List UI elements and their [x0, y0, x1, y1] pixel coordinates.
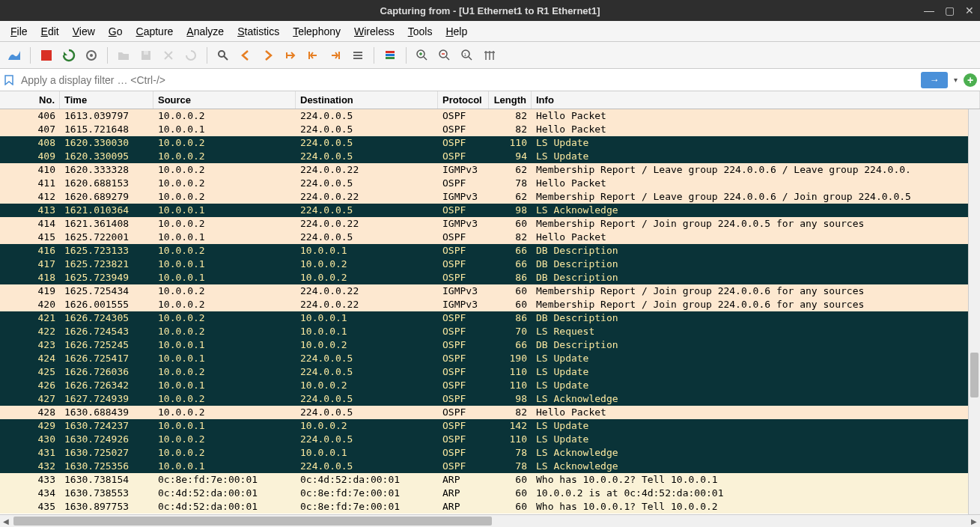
auto-scroll-icon[interactable]: [348, 46, 368, 65]
packet-row[interactable]: 4151625.72200110.0.0.1224.0.0.5OSPF82Hel…: [0, 231, 980, 244]
column-header-destination[interactable]: Destination: [296, 91, 438, 109]
filter-dropdown-icon[interactable]: ▾: [951, 76, 961, 84]
packet-list[interactable]: 4061613.03979710.0.0.2224.0.0.5OSPF82Hel…: [0, 109, 980, 514]
horizontal-scrollbar[interactable]: ◀ ▶: [0, 514, 980, 527]
menu-tools[interactable]: Tools: [404, 24, 437, 39]
packet-row[interactable]: 4121620.68927910.0.0.2224.0.0.22IGMPv362…: [0, 190, 980, 204]
column-header-protocol[interactable]: Protocol: [438, 91, 489, 109]
packet-row[interactable]: 4081620.33003010.0.0.2224.0.0.5OSPF110LS…: [0, 136, 980, 150]
minimize-icon[interactable]: —: [924, 4, 934, 16]
capture-options-icon[interactable]: [82, 46, 101, 65]
svg-point-5: [219, 51, 225, 57]
svg-rect-4: [144, 51, 148, 55]
menu-analyze[interactable]: Analyze: [182, 24, 228, 39]
menu-statistics[interactable]: Statistics: [233, 24, 284, 39]
svg-line-20: [446, 57, 449, 60]
bookmark-icon[interactable]: [3, 74, 15, 86]
scroll-right-icon[interactable]: ▶: [968, 515, 980, 527]
titlebar: Capturing from - [U1 Ethernet1 to R1 Eth…: [0, 0, 980, 21]
packet-row[interactable]: 4101620.33332810.0.0.2224.0.0.22IGMPv362…: [0, 163, 980, 177]
menu-edit[interactable]: Edit: [37, 24, 64, 39]
svg-rect-11: [353, 58, 362, 59]
packet-row[interactable]: 4161625.72313310.0.0.210.0.0.1OSPF66DB D…: [0, 244, 980, 258]
add-filter-button[interactable]: +: [964, 73, 977, 87]
menu-capture[interactable]: Capture: [132, 24, 178, 39]
vertical-scrollbar[interactable]: [968, 109, 980, 514]
maximize-icon[interactable]: ▢: [945, 4, 955, 16]
packet-row[interactable]: 4211626.72430510.0.0.210.0.0.1OSPF86DB D…: [0, 311, 980, 325]
column-header-no[interactable]: No.: [0, 91, 60, 109]
last-packet-icon[interactable]: [326, 46, 345, 65]
packet-row[interactable]: 4311630.72502710.0.0.210.0.0.1OSPF78LS A…: [0, 446, 980, 460]
packet-row[interactable]: 4331630.7381540c:8e:fd:7e:00:010c:4d:52:…: [0, 473, 980, 487]
filter-bar: → ▾ +: [0, 69, 980, 91]
menu-wireless[interactable]: Wireless: [350, 24, 399, 39]
packet-row[interactable]: 4111620.68815310.0.0.2224.0.0.5OSPF78Hel…: [0, 177, 980, 190]
zoom-in-icon[interactable]: [413, 46, 432, 65]
goto-packet-icon[interactable]: [281, 46, 300, 65]
packet-row[interactable]: 4231626.72524510.0.0.110.0.0.2OSPF66DB D…: [0, 338, 980, 352]
packet-row[interactable]: 4301630.72492610.0.0.2224.0.0.5OSPF110LS…: [0, 433, 980, 446]
svg-rect-14: [386, 57, 395, 59]
svg-line-6: [224, 56, 228, 60]
packet-row[interactable]: 4291630.72423710.0.0.110.0.0.2OSPF142LS …: [0, 419, 980, 433]
packet-row[interactable]: 4191625.72543410.0.0.2224.0.0.22IGMPv360…: [0, 284, 980, 298]
reload-icon: [181, 46, 201, 65]
filter-input[interactable]: [18, 71, 921, 89]
column-header-info[interactable]: Info: [532, 91, 980, 109]
scroll-left-icon[interactable]: ◀: [0, 515, 12, 527]
svg-line-16: [424, 57, 427, 60]
toolbar: 1: [0, 42, 980, 69]
packet-row[interactable]: 4261626.72634210.0.0.110.0.0.2OSPF110LS …: [0, 379, 980, 392]
save-file-icon: [136, 46, 156, 65]
menu-go[interactable]: Go: [104, 24, 127, 39]
column-header-source[interactable]: Source: [153, 91, 296, 109]
next-packet-icon[interactable]: [258, 46, 278, 65]
resize-columns-icon[interactable]: [480, 46, 499, 65]
svg-text:1: 1: [464, 52, 467, 56]
svg-rect-10: [353, 55, 362, 56]
colorize-icon[interactable]: [380, 46, 400, 65]
menubar: FileEditViewGoCaptureAnalyzeStatisticsTe…: [0, 21, 980, 42]
close-icon[interactable]: ✕: [965, 4, 974, 16]
svg-line-23: [469, 57, 472, 60]
packet-row[interactable]: 4201626.00155510.0.0.2224.0.0.22IGMPv360…: [0, 298, 980, 311]
packet-row[interactable]: 4131621.01036410.0.0.1224.0.0.5OSPF98LS …: [0, 204, 980, 217]
packet-row[interactable]: 4321630.72535610.0.0.1224.0.0.5OSPF78LS …: [0, 460, 980, 473]
menu-view[interactable]: View: [68, 24, 100, 39]
packet-row[interactable]: 4171625.72382110.0.0.110.0.0.2OSPF66DB D…: [0, 258, 980, 271]
svg-rect-9: [353, 52, 362, 53]
column-headers: No. Time Source Destination Protocol Len…: [0, 91, 980, 109]
packet-row[interactable]: 4141621.36140810.0.0.2224.0.0.22IGMPv360…: [0, 217, 980, 231]
zoom-reset-icon[interactable]: 1: [457, 46, 477, 65]
packet-row[interactable]: 4341630.7385530c:4d:52:da:00:010c:8e:fd:…: [0, 487, 980, 500]
svg-rect-13: [386, 54, 395, 56]
menu-help[interactable]: Help: [441, 24, 472, 39]
packet-row[interactable]: 4181625.72394910.0.0.110.0.0.2OSPF86DB D…: [0, 271, 980, 284]
packet-row[interactable]: 4271627.72493910.0.0.2224.0.0.5OSPF98LS …: [0, 392, 980, 406]
zoom-out-icon[interactable]: [435, 46, 454, 65]
packet-row[interactable]: 4221626.72454310.0.0.210.0.0.1OSPF70LS R…: [0, 325, 980, 338]
menu-file[interactable]: File: [6, 24, 32, 39]
open-file-icon: [114, 46, 133, 65]
packet-row[interactable]: 4351630.8977530c:4d:52:da:00:010c:8e:fd:…: [0, 500, 980, 514]
svg-rect-12: [386, 51, 395, 53]
restart-capture-icon[interactable]: [59, 46, 79, 65]
packet-row[interactable]: 4241626.72541710.0.0.1224.0.0.5OSPF190LS…: [0, 352, 980, 365]
shark-fin-icon[interactable]: [4, 46, 24, 65]
first-packet-icon[interactable]: [303, 46, 323, 65]
find-icon[interactable]: [213, 46, 233, 65]
packet-list-pane: No. Time Source Destination Protocol Len…: [0, 91, 980, 527]
packet-row[interactable]: 4281630.68843910.0.0.2224.0.0.5OSPF82Hel…: [0, 406, 980, 419]
menu-telephony[interactable]: Telephony: [288, 24, 345, 39]
column-header-length[interactable]: Length: [489, 91, 532, 109]
stop-capture-icon[interactable]: [37, 46, 56, 65]
column-header-time[interactable]: Time: [60, 91, 153, 109]
packet-row[interactable]: 4091620.33009510.0.0.2224.0.0.5OSPF94LS …: [0, 150, 980, 163]
packet-row[interactable]: 4061613.03979710.0.0.2224.0.0.5OSPF82Hel…: [0, 109, 980, 123]
prev-packet-icon[interactable]: [236, 46, 255, 65]
packet-row[interactable]: 4251626.72603610.0.0.2224.0.0.5OSPF110LS…: [0, 365, 980, 379]
window-title: Capturing from - [U1 Ethernet1 to R1 Eth…: [380, 5, 600, 16]
apply-filter-button[interactable]: →: [921, 72, 948, 88]
packet-row[interactable]: 4071615.72164810.0.0.1224.0.0.5OSPF82Hel…: [0, 123, 980, 136]
